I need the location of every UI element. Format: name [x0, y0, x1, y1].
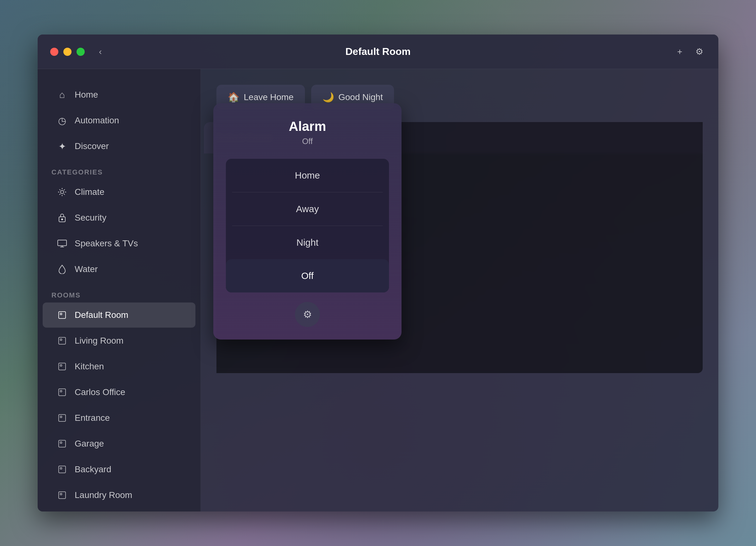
svg-point-10: [61, 219, 63, 220]
alarm-status: Off: [226, 136, 389, 146]
add-button[interactable]: +: [673, 45, 686, 58]
room-icon-garage: [56, 438, 68, 449]
main-content: ⌂ Home ◷ Automation ✦ Discover Categorie…: [38, 69, 718, 512]
sidebar-item-water[interactable]: Water: [43, 257, 195, 282]
svg-rect-15: [60, 313, 62, 315]
sidebar-item-home[interactable]: ⌂ Home: [43, 82, 195, 107]
sidebar: ⌂ Home ◷ Automation ✦ Discover Categorie…: [38, 69, 201, 512]
page-title: Default Room: [345, 46, 411, 57]
categories-label: Categories: [38, 162, 200, 179]
svg-rect-29: [60, 493, 62, 495]
alarm-settings-button[interactable]: ⚙: [295, 302, 320, 327]
sidebar-item-carlos-office[interactable]: Carlos Office: [43, 380, 195, 405]
main-window: ‹ Default Room + ⚙ ⌂ Home ◷ Automation ✦…: [38, 34, 718, 512]
alarm-popup: Alarm Off Home Away Night Off ⚙: [213, 103, 402, 340]
room-icon-laundry: [56, 490, 68, 501]
sidebar-item-default-room[interactable]: Default Room: [43, 303, 195, 328]
alarm-option-night[interactable]: Night: [226, 226, 389, 259]
svg-rect-26: [59, 466, 66, 473]
svg-point-0: [61, 190, 64, 193]
alarm-option-off[interactable]: Off: [226, 259, 389, 293]
sidebar-item-roof[interactable]: Roof: [43, 508, 195, 512]
room-icon-kitchen: [56, 361, 68, 372]
leave-home-icon: 🏠: [228, 92, 239, 103]
room-icon-entrance: [56, 412, 68, 424]
close-button[interactable]: [50, 48, 58, 56]
content-cards: Default Scene Alarm Off Home Away Night …: [216, 122, 703, 373]
good-night-icon: 🌙: [322, 92, 334, 103]
svg-rect-19: [60, 365, 62, 366]
sidebar-item-entrance[interactable]: Entrance: [43, 406, 195, 431]
alarm-options: Home Away Night Off: [226, 159, 389, 293]
content-area: 🏠 Leave Home 🌙 Good Night Default Scene: [201, 69, 718, 512]
alarm-option-away[interactable]: Away: [226, 192, 389, 225]
svg-line-8: [60, 194, 61, 195]
sidebar-item-security[interactable]: Security: [43, 205, 195, 230]
room-icon-backyard: [56, 464, 68, 475]
titlebar-actions: + ⚙: [673, 45, 706, 58]
svg-line-5: [60, 189, 61, 190]
room-icon-living: [56, 335, 68, 347]
sidebar-item-living-room[interactable]: Living Room: [43, 328, 195, 353]
alarm-settings-icon: ⚙: [303, 309, 312, 321]
room-icon-carlos: [56, 387, 68, 398]
svg-rect-18: [59, 363, 66, 370]
svg-rect-11: [58, 240, 67, 246]
security-icon: [56, 212, 68, 223]
maximize-button[interactable]: [77, 48, 85, 56]
sidebar-item-kitchen[interactable]: Kitchen: [43, 354, 195, 379]
svg-rect-20: [59, 389, 66, 396]
alarm-title: Alarm: [226, 119, 389, 134]
rooms-label: Rooms: [38, 285, 200, 302]
sidebar-item-speakers-tvs[interactable]: Speakers & TVs: [43, 231, 195, 256]
svg-rect-24: [59, 440, 66, 447]
titlebar: ‹ Default Room + ⚙: [38, 34, 718, 69]
speakers-tvs-icon: [56, 238, 68, 249]
sidebar-item-laundry-room[interactable]: Laundry Room: [43, 483, 195, 508]
settings-button[interactable]: ⚙: [693, 45, 706, 58]
svg-rect-28: [59, 492, 66, 499]
svg-rect-21: [60, 390, 62, 392]
svg-rect-22: [59, 415, 66, 422]
automation-icon: ◷: [56, 115, 68, 126]
minimize-button[interactable]: [63, 48, 72, 56]
sidebar-item-garage[interactable]: Garage: [43, 431, 195, 456]
svg-rect-25: [60, 442, 62, 443]
svg-line-6: [64, 194, 65, 195]
sidebar-item-automation[interactable]: ◷ Automation: [43, 108, 195, 133]
svg-rect-27: [60, 468, 62, 469]
svg-rect-14: [59, 312, 66, 319]
svg-line-7: [64, 189, 65, 190]
svg-rect-17: [60, 339, 62, 341]
alarm-option-home[interactable]: Home: [226, 159, 389, 192]
water-icon: [56, 263, 68, 275]
discover-icon: ✦: [56, 140, 68, 152]
sidebar-item-backyard[interactable]: Backyard: [43, 457, 195, 482]
traffic-lights: [50, 48, 85, 56]
back-button[interactable]: ‹: [94, 45, 107, 58]
svg-rect-23: [60, 416, 62, 418]
climate-icon: [56, 186, 68, 198]
home-icon: ⌂: [56, 89, 68, 100]
room-icon-default: [56, 310, 68, 321]
svg-rect-16: [59, 337, 66, 344]
sidebar-item-discover[interactable]: ✦ Discover: [43, 134, 195, 159]
sidebar-item-climate[interactable]: Climate: [43, 179, 195, 204]
